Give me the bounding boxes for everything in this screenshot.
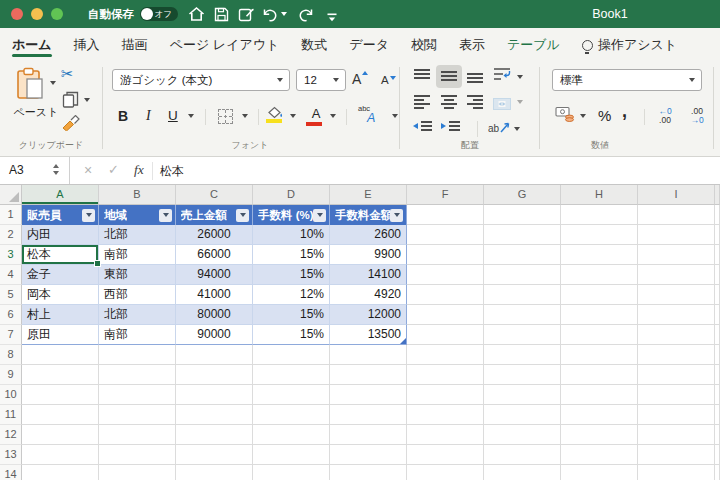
cell-B2[interactable]: 北部 (99, 225, 176, 245)
paste-icon[interactable] (16, 67, 46, 105)
filter-button[interactable] (236, 209, 249, 222)
cell-B10[interactable] (99, 385, 176, 405)
toolbar-more-icon[interactable] (326, 9, 338, 27)
cell-F12[interactable] (407, 425, 484, 445)
fill-handle[interactable] (94, 260, 101, 267)
row-header-11[interactable]: 11 (0, 405, 22, 425)
cell-H5[interactable] (561, 285, 638, 305)
cell-H13[interactable] (561, 445, 638, 465)
cell-G2[interactable] (484, 225, 561, 245)
stepper-down-icon[interactable] (53, 171, 59, 175)
name-box-stepper[interactable] (53, 164, 59, 175)
cell-G4[interactable] (484, 265, 561, 285)
row-header-8[interactable]: 8 (0, 345, 22, 365)
cell-A13[interactable] (22, 445, 99, 465)
close-window-button[interactable] (11, 8, 23, 20)
cell-I14[interactable] (638, 465, 715, 480)
home-icon[interactable] (188, 6, 205, 26)
cell-H11[interactable] (561, 405, 638, 425)
cell-E14[interactable] (330, 465, 407, 480)
table-header-cell-B1[interactable]: 地域 (99, 205, 176, 225)
minimize-window-button[interactable] (31, 8, 43, 20)
column-header-B[interactable]: B (99, 185, 176, 205)
cell-F4[interactable] (407, 265, 484, 285)
cell-E6[interactable]: 12000 (330, 305, 407, 325)
row-header-12[interactable]: 12 (0, 425, 22, 445)
cell-A10[interactable] (22, 385, 99, 405)
cell-E3[interactable]: 9900 (330, 245, 407, 265)
cell-C12[interactable] (176, 425, 253, 445)
cell-A11[interactable] (22, 405, 99, 425)
cell-B8[interactable] (99, 345, 176, 365)
copy-dropdown-chevron-icon[interactable] (84, 98, 90, 102)
table-header-cell-D1[interactable]: 手数料 (%) (253, 205, 330, 225)
accounting-format-icon[interactable] (555, 106, 575, 126)
cell-I1[interactable] (638, 205, 715, 225)
cell-G3[interactable] (484, 245, 561, 265)
align-bottom-icon[interactable] (467, 69, 483, 83)
cell-H10[interactable] (561, 385, 638, 405)
cell-D3[interactable]: 15% (253, 245, 330, 265)
wrap-text-icon[interactable] (493, 67, 511, 85)
merge-center-icon[interactable] (493, 96, 511, 114)
font-name-select[interactable]: 游ゴシック (本文) (112, 69, 290, 91)
filter-button[interactable] (390, 209, 403, 222)
row-header-2[interactable]: 2 (0, 225, 22, 245)
cell-G11[interactable] (484, 405, 561, 425)
cell-E7[interactable]: 13500 (330, 325, 407, 345)
cell-I11[interactable] (638, 405, 715, 425)
column-header-I[interactable]: I (638, 185, 715, 205)
edit-mode-icon[interactable] (238, 7, 255, 26)
wrap-dropdown-chevron-icon[interactable] (517, 75, 523, 79)
cell-A8[interactable] (22, 345, 99, 365)
cell-F7[interactable] (407, 325, 484, 345)
fill-dropdown-chevron-icon[interactable] (290, 114, 296, 118)
cell-F3[interactable] (407, 245, 484, 265)
column-header-C[interactable]: C (176, 185, 253, 205)
align-middle-icon[interactable] (441, 69, 457, 83)
cell-H8[interactable] (561, 345, 638, 365)
cell-D13[interactable] (253, 445, 330, 465)
table-header-cell-E1[interactable]: 手数料金額 (330, 205, 407, 225)
orientation-dropdown-chevron-icon[interactable] (514, 127, 520, 131)
cell-B11[interactable] (99, 405, 176, 425)
row-header-7[interactable]: 7 (0, 325, 22, 345)
cell-E11[interactable] (330, 405, 407, 425)
align-right-icon[interactable] (467, 95, 483, 109)
cell-I8[interactable] (638, 345, 715, 365)
cell-B7[interactable]: 南部 (99, 325, 176, 345)
cancel-icon[interactable]: × (84, 162, 92, 178)
cell-D14[interactable] (253, 465, 330, 480)
row-header-14[interactable]: 14 (0, 465, 22, 480)
cell-I9[interactable] (638, 365, 715, 385)
insert-function-icon[interactable]: fx (134, 162, 144, 178)
borders-dropdown-chevron-icon[interactable] (242, 114, 248, 118)
cell-B6[interactable]: 北部 (99, 305, 176, 325)
cell-G13[interactable] (484, 445, 561, 465)
cell-I6[interactable] (638, 305, 715, 325)
cell-D4[interactable]: 15% (253, 265, 330, 285)
ribbon-tab-4[interactable]: 数式 (301, 28, 327, 62)
ribbon-tab-2[interactable]: 描画 (122, 28, 148, 62)
cell-F2[interactable] (407, 225, 484, 245)
cell-C6[interactable]: 80000 (176, 305, 253, 325)
cell-A3[interactable]: 松本 (22, 245, 99, 265)
cell-A9[interactable] (22, 365, 99, 385)
cell-G5[interactable] (484, 285, 561, 305)
cell-D10[interactable] (253, 385, 330, 405)
cell-F13[interactable] (407, 445, 484, 465)
align-top-icon[interactable] (414, 69, 430, 83)
column-header-G[interactable]: G (484, 185, 561, 205)
cell-C14[interactable] (176, 465, 253, 480)
autosave-toggle[interactable]: オフ (140, 7, 178, 21)
ribbon-tab-3[interactable]: ページ レイアウト (170, 28, 280, 62)
cell-D8[interactable] (253, 345, 330, 365)
paste-label[interactable]: ペースト (6, 105, 66, 120)
cell-E12[interactable] (330, 425, 407, 445)
font-color-icon[interactable]: A (308, 106, 324, 121)
column-header-E[interactable]: E (330, 185, 407, 205)
cell-C5[interactable]: 41000 (176, 285, 253, 305)
ribbon-tab-5[interactable]: データ (349, 28, 389, 62)
table-header-cell-A1[interactable]: 販売員 (22, 205, 99, 225)
accounting-dropdown-chevron-icon[interactable] (580, 114, 586, 118)
